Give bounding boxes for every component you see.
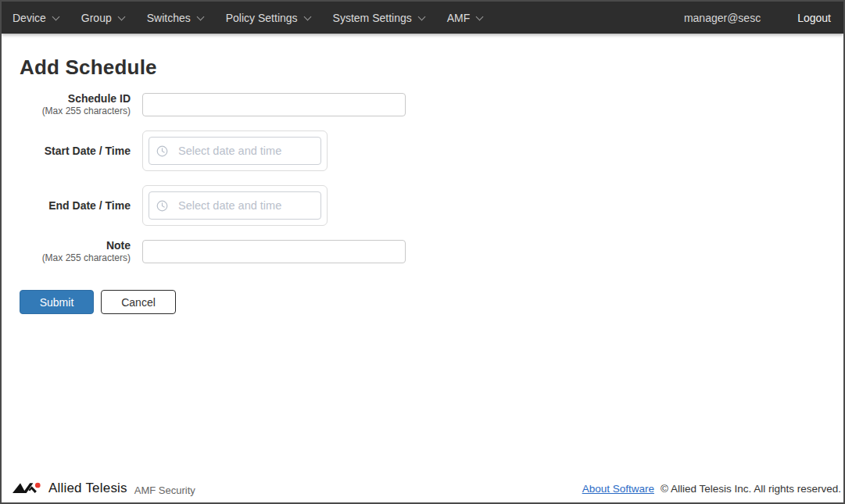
end-datetime-widget: Select date and time [142,185,328,226]
chevron-down-icon [117,13,125,20]
start-datetime-input[interactable]: Select date and time [149,137,321,165]
nav-menu-system-settings[interactable]: System Settings [333,12,424,24]
start-datetime-label: Start Date / Time [20,145,131,157]
brand-name: Allied Telesis [48,481,127,496]
chevron-down-icon [303,13,311,20]
note-input[interactable] [142,240,406,263]
chevron-down-icon [476,13,484,20]
nav-menu-label: Device [13,12,46,24]
allied-telesis-logo-icon [13,481,44,495]
form-row-note: Note (Max 255 characters) [20,240,843,263]
end-datetime-placeholder: Select date and time [178,199,281,212]
note-hint: (Max 255 characters) [20,252,131,263]
schedule-id-hint: (Max 255 characters) [20,105,131,116]
form-row-schedule-id: Schedule ID (Max 255 characters) [20,93,843,116]
nav-menu-amf[interactable]: AMF [447,12,483,24]
end-datetime-label: End Date / Time [20,200,131,212]
nav-menu-group[interactable]: Group [81,12,124,24]
copyright-text: © Allied Telesis Inc. All rights reserve… [661,483,841,495]
chevron-down-icon [417,13,425,20]
nav-menu-policy-settings[interactable]: Policy Settings [226,12,310,24]
chevron-down-icon [196,13,204,20]
nav-menu-label: System Settings [333,12,412,24]
nav-menu-label: Policy Settings [226,12,298,24]
schedule-id-input[interactable] [142,93,406,116]
logged-in-user: manager@sesc [684,12,761,24]
page-footer: Allied Telesis AMF Security About Softwa… [2,476,843,502]
form-row-start-datetime: Start Date / Time Select date and time [20,130,843,171]
nav-menu-switches[interactable]: Switches [147,12,203,24]
submit-button[interactable]: Submit [20,290,94,314]
logout-button[interactable]: Logout [797,12,831,24]
chevron-down-icon [52,13,59,20]
start-datetime-widget: Select date and time [142,130,328,171]
note-label: Note [20,240,131,252]
about-software-link[interactable]: About Software [582,483,654,495]
nav-menu-label: Group [81,12,112,24]
clock-icon [156,145,168,157]
main-content: Add Schedule Schedule ID (Max 255 charac… [2,34,843,314]
schedule-id-label: Schedule ID [20,93,131,105]
cancel-button[interactable]: Cancel [101,290,176,314]
nav-menu-label: Switches [147,12,191,24]
page-title: Add Schedule [20,57,843,77]
top-navbar: Device Group Switches Policy Settings Sy… [2,2,843,34]
form-row-end-datetime: End Date / Time Select date and time [20,185,843,226]
start-datetime-placeholder: Select date and time [178,145,281,157]
nav-menu-device[interactable]: Device [13,12,59,24]
form-actions: Submit Cancel [20,290,843,314]
nav-menu-label: AMF [447,12,471,24]
end-datetime-input[interactable]: Select date and time [149,191,321,220]
product-name: AMF Security [134,484,195,496]
app-window: Device Group Switches Policy Settings Sy… [0,0,845,504]
clock-icon [156,200,168,212]
